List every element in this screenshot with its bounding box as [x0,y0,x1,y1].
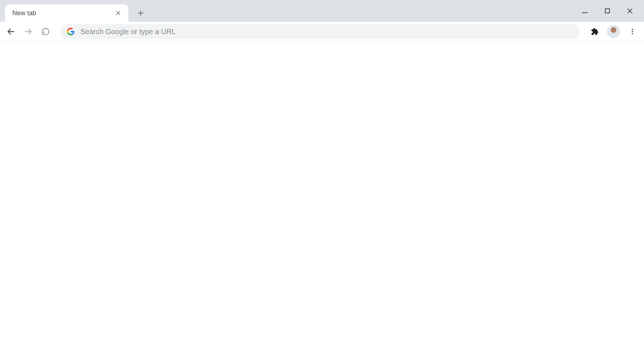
close-icon [115,10,121,16]
maximize-icon [604,7,611,15]
new-tab-button[interactable] [133,6,148,20]
svg-rect-5 [605,9,610,13]
toolbar [0,22,644,42]
arrow-right-icon [24,27,33,36]
extensions-button[interactable] [587,24,602,39]
kebab-menu-icon [629,28,636,35]
arrow-left-icon [7,27,15,36]
svg-point-10 [632,29,633,30]
tab-title: New tab [12,9,113,17]
reload-button[interactable] [38,24,54,40]
toolbar-right [587,24,640,39]
puzzle-icon [591,28,599,36]
minimize-icon [581,7,589,15]
address-search-input[interactable] [80,27,573,36]
plus-icon [137,9,144,17]
profile-avatar-button[interactable] [607,25,620,38]
minimize-button[interactable] [579,5,591,17]
forward-button [20,24,36,40]
close-icon [626,7,633,15]
tab-new-tab[interactable]: New tab [5,4,128,22]
page-content [0,42,644,352]
maximize-button[interactable] [601,5,614,17]
svg-point-12 [632,33,633,34]
close-tab-button[interactable] [113,8,123,18]
tab-strip: New tab [0,0,644,22]
close-window-button[interactable] [624,5,636,17]
back-button[interactable] [3,24,19,40]
browser-menu-button[interactable] [625,24,640,39]
reload-icon [41,27,50,36]
window-controls [579,0,642,22]
google-g-icon [67,28,75,36]
svg-point-11 [632,31,633,32]
omnibox[interactable] [60,24,579,39]
